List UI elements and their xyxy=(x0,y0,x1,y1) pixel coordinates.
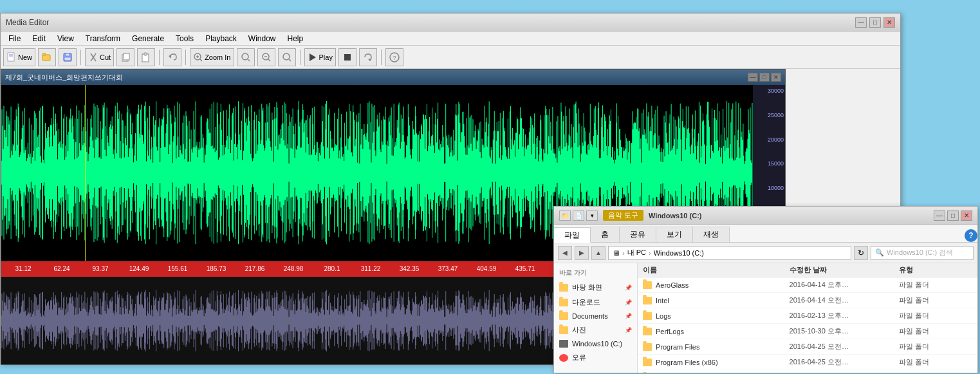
stop-icon xyxy=(342,52,353,62)
svg-point-24 xyxy=(283,53,290,60)
search-placeholder: Windows10 (C:) 검색 xyxy=(887,248,953,257)
fe-title-left: 📁 📄 ▾ 음악 도구 Windows10 (C:) xyxy=(559,210,701,221)
tab-file[interactable]: 파일 xyxy=(554,227,591,243)
fe-close-btn[interactable]: ✕ xyxy=(961,210,972,221)
maximize-button[interactable]: □ xyxy=(869,17,881,28)
list-item[interactable]: PerfLogs 2015-10-30 오후… 파일 폴더 xyxy=(638,324,977,339)
zoom-minus-button[interactable] xyxy=(278,48,296,66)
list-item[interactable]: Logs 2016-02-13 오후… 파일 폴더 xyxy=(638,308,977,324)
breadcrumb-drive[interactable]: Windows10 (C:) xyxy=(654,249,704,257)
file-type-2: 파일 폴더 xyxy=(899,311,972,321)
copy-button[interactable] xyxy=(116,48,134,66)
fe-folder-title-icon[interactable]: 📁 xyxy=(559,210,571,221)
tick-5: 186.73 xyxy=(197,265,236,272)
play-button[interactable]: Play xyxy=(304,48,336,66)
minimize-button[interactable]: — xyxy=(855,17,867,28)
cut-label: Cut xyxy=(100,53,111,61)
folder-icon-aeroglass xyxy=(643,281,652,289)
copy-icon xyxy=(120,52,131,62)
file-date-1: 2016-04-14 오전… xyxy=(790,295,900,305)
close-button[interactable]: ✕ xyxy=(883,17,895,28)
fe-minimize-btn[interactable]: — xyxy=(934,210,945,221)
help-toolbar-button[interactable]: ? xyxy=(385,48,403,66)
sidebar-item-error[interactable]: 오류 xyxy=(554,350,637,365)
sidebar-item-pictures-label: 사진 xyxy=(572,325,586,335)
save-button[interactable] xyxy=(59,48,77,66)
new-label: New xyxy=(18,53,32,61)
up-button[interactable]: ▲ xyxy=(591,246,606,260)
tab-share[interactable]: 공유 xyxy=(620,227,656,242)
audio-minimize-btn[interactable]: — xyxy=(748,73,758,82)
sidebar-item-pictures[interactable]: 사진 📌 xyxy=(554,323,637,337)
refresh-button[interactable]: ↻ xyxy=(854,246,868,260)
list-item[interactable]: Program Files (x86) 2016-04-25 오전… 파일 폴더 xyxy=(638,355,977,370)
svg-line-25 xyxy=(289,59,291,61)
col-header-name[interactable]: 이름 xyxy=(643,265,790,275)
menu-playback[interactable]: Playback xyxy=(200,33,242,44)
tick-1: 62.24 xyxy=(42,265,81,272)
menu-help[interactable]: Help xyxy=(282,33,309,44)
fe-chevron-title-icon[interactable]: ▾ xyxy=(586,210,598,221)
tab-view[interactable]: 보기 xyxy=(656,227,693,242)
fe-address-toolbar: ◀ ▶ ▲ 🖥 › 내 PC › Windows10 (C:) ↻ 🔍 Wind… xyxy=(554,243,977,263)
tab-home[interactable]: 홈 xyxy=(591,227,620,242)
undo-icon xyxy=(167,52,178,62)
paste-icon xyxy=(141,52,151,62)
fe-search-box[interactable]: 🔍 Windows10 (C:) 검색 xyxy=(871,246,974,260)
col-header-type[interactable]: 유형 xyxy=(899,265,972,275)
scale-20000: 20000 xyxy=(753,136,784,143)
list-item[interactable]: Programs 2016-04-22 오후… 파일 폴더 xyxy=(638,370,977,373)
forward-button[interactable]: ▶ xyxy=(575,246,589,260)
stop-button[interactable] xyxy=(338,48,356,66)
scale-10000: 10000 xyxy=(753,185,784,191)
loop-button[interactable] xyxy=(359,48,377,66)
menu-window[interactable]: Window xyxy=(243,33,281,44)
audio-maximize-btn[interactable]: □ xyxy=(759,73,770,82)
pin-icon: 📌 xyxy=(625,285,632,291)
folder-icon-logs xyxy=(643,312,652,320)
help-icon: ? xyxy=(389,52,400,62)
toolbar-sep5 xyxy=(381,50,382,65)
cut-button[interactable]: Cut xyxy=(85,48,114,66)
tab-playback[interactable]: 재생 xyxy=(693,227,730,242)
paste-button[interactable] xyxy=(137,48,155,66)
col-header-date[interactable]: 수정한 날짜 xyxy=(790,265,900,275)
audio-close-btn[interactable]: ✕ xyxy=(771,73,781,82)
list-item[interactable]: AeroGlass 2016-04-14 오후… 파일 폴더 xyxy=(638,277,977,293)
menu-tools[interactable]: Tools xyxy=(171,33,199,44)
undo-button[interactable] xyxy=(163,48,181,66)
menu-view[interactable]: View xyxy=(52,33,79,44)
menu-generate[interactable]: Generate xyxy=(127,33,169,44)
sidebar-item-drive[interactable]: Windows10 (C:) xyxy=(554,337,637,350)
sidebar-item-downloads[interactable]: 다운로드 📌 xyxy=(554,295,637,310)
menu-edit[interactable]: Edit xyxy=(27,33,51,44)
fe-help-circle[interactable]: ? xyxy=(965,229,977,242)
breadcrumb-arrow1: › xyxy=(622,249,625,257)
list-item[interactable]: Intel 2016-04-14 오전… 파일 폴더 xyxy=(638,293,977,308)
file-name-4: Program Files xyxy=(656,343,699,351)
loop-icon xyxy=(363,52,373,62)
zoom-plus-button[interactable] xyxy=(257,48,275,66)
open-button[interactable] xyxy=(38,48,56,66)
sidebar-item-downloads-label: 다운로드 xyxy=(572,297,600,307)
zoom-in-button[interactable]: Zoom In xyxy=(190,48,234,66)
svg-rect-27 xyxy=(344,54,351,61)
svg-line-22 xyxy=(268,59,270,61)
list-item[interactable]: Program Files 2016-04-25 오전… 파일 폴더 xyxy=(638,339,977,355)
audio-inner-controls: — □ ✕ xyxy=(748,73,781,82)
file-date-3: 2015-10-30 오후… xyxy=(790,326,900,336)
menu-transform[interactable]: Transform xyxy=(80,33,125,44)
fe-breadcrumb: 🖥 › 내 PC › Windows10 (C:) xyxy=(608,246,851,260)
new-button[interactable]: New xyxy=(3,48,35,66)
sidebar-item-documents[interactable]: Documents 📌 xyxy=(554,310,637,323)
tick-3: 124.49 xyxy=(120,265,158,272)
fe-maximize-btn[interactable]: □ xyxy=(947,210,959,221)
breadcrumb-pc[interactable]: 내 PC xyxy=(627,248,646,257)
sidebar-item-desktop[interactable]: 바탕 화면 📌 xyxy=(554,280,637,295)
fe-doc-title-icon[interactable]: 📄 xyxy=(573,210,584,221)
file-type-5: 파일 폴더 xyxy=(899,357,972,367)
zoom-select-button[interactable] xyxy=(237,48,255,66)
back-button[interactable]: ◀ xyxy=(558,246,572,260)
menu-file[interactable]: File xyxy=(3,33,26,44)
scale-15000: 15000 xyxy=(753,160,784,167)
